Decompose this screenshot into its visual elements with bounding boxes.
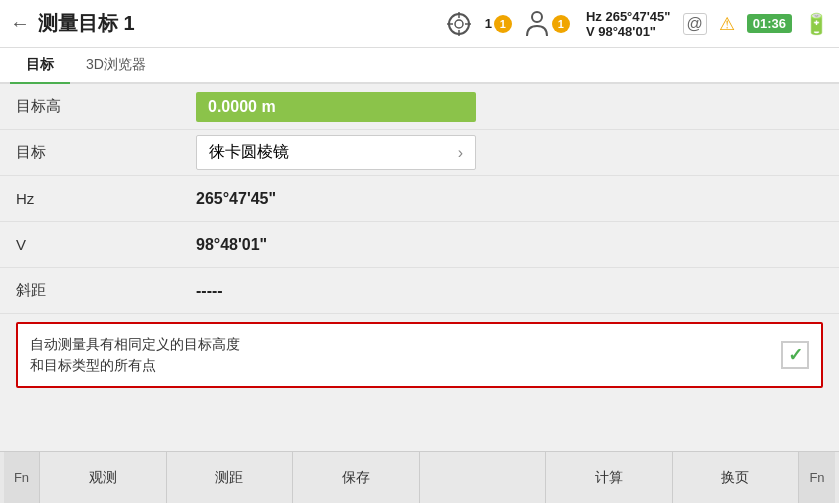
field-label-v: V	[16, 236, 196, 253]
header-right: 1 1 1 Hz 265°47'45" V 98°48'01" @ ⚠ 01:3…	[445, 9, 829, 39]
toolbar-calculate[interactable]: 计算	[546, 452, 673, 503]
content: 目标高 0.0000 m 目标 徕卡圆棱镜 › Hz 265°47'45" V …	[0, 84, 839, 451]
field-label-target-height: 目标高	[16, 97, 196, 116]
toolbar-save[interactable]: 保存	[293, 452, 420, 503]
at-icon: @	[683, 13, 707, 35]
num-badge: 1 1	[485, 15, 512, 33]
toolbar-empty	[420, 452, 547, 503]
angle-display: Hz 265°47'45" V 98°48'01"	[586, 9, 671, 39]
field-row-target-height: 目标高 0.0000 m	[0, 84, 839, 130]
field-row-v: V 98°48'01"	[0, 222, 839, 268]
person-icon	[524, 10, 550, 38]
tab-3d-browser[interactable]: 3D浏览器	[70, 48, 162, 84]
v-value: V 98°48'01"	[586, 24, 656, 39]
checkbox-text-line1: 自动测量具有相同定义的目标高度	[30, 336, 240, 352]
field-label-target: 目标	[16, 143, 196, 162]
badge-circle: 1	[494, 15, 512, 33]
field-value-v: 98°48'01"	[196, 236, 823, 254]
chevron-right-icon: ›	[458, 144, 463, 162]
toolbar-fn-left[interactable]: Fn	[4, 452, 40, 503]
toolbar-fn-right[interactable]: Fn	[799, 452, 835, 503]
warning-icon: ⚠	[719, 13, 735, 35]
svg-point-1	[455, 20, 463, 28]
target-value-text: 徕卡圆棱镜	[209, 142, 289, 163]
field-value-target[interactable]: 徕卡圆棱镜 ›	[196, 135, 476, 170]
checkbox-control[interactable]: ✓	[781, 341, 809, 369]
header: ← 测量目标 1 1 1 1 Hz 265°47'45" V	[0, 0, 839, 48]
toolbar-observe[interactable]: 观测	[40, 452, 167, 503]
toolbar-next-page[interactable]: 换页	[673, 452, 800, 503]
field-row-slope-dist: 斜距 -----	[0, 268, 839, 314]
header-left: ← 测量目标 1	[10, 10, 445, 37]
time-display: 01:36	[747, 14, 792, 33]
toolbar: Fn 观测 测距 保存 计算 换页 Fn	[0, 451, 839, 503]
svg-point-6	[532, 12, 542, 22]
field-row-target: 目标 徕卡圆棱镜 ›	[0, 130, 839, 176]
checkbox-text-line2: 和目标类型的所有点	[30, 357, 156, 373]
checkbox-text: 自动测量具有相同定义的目标高度 和目标类型的所有点	[30, 334, 769, 376]
checkmark-icon: ✓	[788, 344, 803, 366]
tabs: 目标 3D浏览器	[0, 48, 839, 84]
num-badge-label: 1	[485, 16, 492, 31]
field-value-target-height[interactable]: 0.0000 m	[196, 92, 476, 122]
field-label-slope-dist: 斜距	[16, 281, 196, 300]
back-button[interactable]: ←	[10, 12, 30, 35]
person-badge: 1	[552, 15, 570, 33]
hz-value: Hz 265°47'45"	[586, 9, 671, 24]
checkbox-row: 自动测量具有相同定义的目标高度 和目标类型的所有点 ✓	[16, 322, 823, 388]
field-value-hz: 265°47'45"	[196, 190, 823, 208]
tab-target[interactable]: 目标	[10, 48, 70, 84]
battery-icon: 🔋	[804, 12, 829, 36]
field-value-slope-dist: -----	[196, 282, 823, 300]
person-icon-container: 1	[524, 10, 570, 38]
page-title: 测量目标 1	[38, 10, 135, 37]
field-row-hz: Hz 265°47'45"	[0, 176, 839, 222]
crosshair-icon	[445, 10, 473, 38]
field-label-hz: Hz	[16, 190, 196, 207]
toolbar-measure-dist[interactable]: 测距	[167, 452, 294, 503]
